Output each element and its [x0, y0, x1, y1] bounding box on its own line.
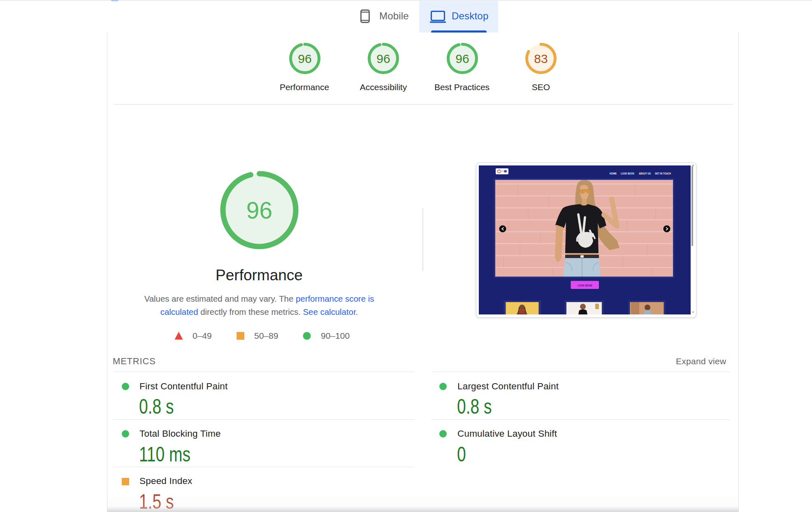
svg-text:96: 96 [246, 197, 272, 223]
svg-text:GET IN TOUCH: GET IN TOUCH [655, 172, 671, 175]
svg-text:0–49: 0–49 [193, 331, 212, 340]
svg-text:HOME: HOME [610, 172, 617, 175]
svg-text:96: 96 [376, 51, 390, 65]
svg-text:50–89: 50–89 [254, 331, 278, 340]
svg-text:LOOK BOOK: LOOK BOOK [621, 172, 635, 175]
svg-text:90–100: 90–100 [321, 331, 350, 340]
svg-text:96: 96 [298, 51, 311, 65]
svg-text:LOOK BOOK: LOOK BOOK [578, 284, 593, 287]
svg-text:96: 96 [455, 51, 469, 65]
svg-text:83: 83 [534, 51, 548, 65]
svg-text:ABOUT US: ABOUT US [639, 172, 651, 175]
